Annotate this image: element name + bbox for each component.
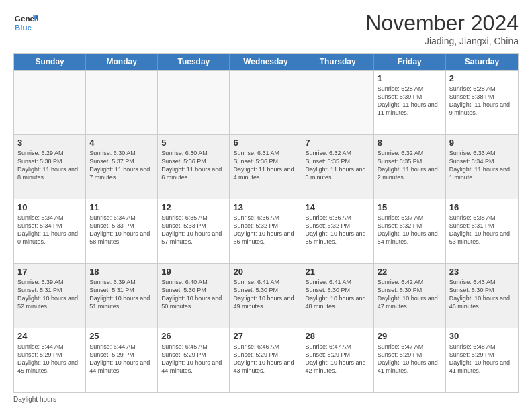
day-info: Sunrise: 6:43 AM Sunset: 5:30 PM Dayligh… xyxy=(449,278,515,311)
calendar-cell: 22Sunrise: 6:42 AM Sunset: 5:30 PM Dayli… xyxy=(374,264,446,328)
calendar-cell: 25Sunrise: 6:44 AM Sunset: 5:29 PM Dayli… xyxy=(86,328,158,392)
header-day-saturday: Saturday xyxy=(446,54,518,70)
day-number: 15 xyxy=(378,202,442,212)
calendar-cell: 7Sunrise: 6:32 AM Sunset: 5:35 PM Daylig… xyxy=(302,135,374,199)
calendar-row-5: 24Sunrise: 6:44 AM Sunset: 5:29 PM Dayli… xyxy=(14,328,518,392)
day-number: 19 xyxy=(161,267,226,277)
calendar-cell: 23Sunrise: 6:43 AM Sunset: 5:30 PM Dayli… xyxy=(446,264,518,328)
calendar-cell: 21Sunrise: 6:41 AM Sunset: 5:30 PM Dayli… xyxy=(302,264,374,328)
calendar-cell: 16Sunrise: 6:38 AM Sunset: 5:31 PM Dayli… xyxy=(446,199,518,263)
day-info: Sunrise: 6:33 AM Sunset: 5:34 PM Dayligh… xyxy=(449,149,515,182)
calendar-cell: 18Sunrise: 6:39 AM Sunset: 5:31 PM Dayli… xyxy=(86,264,158,328)
day-info: Sunrise: 6:36 AM Sunset: 5:32 PM Dayligh… xyxy=(233,214,298,246)
calendar-cell: 20Sunrise: 6:41 AM Sunset: 5:30 PM Dayli… xyxy=(230,264,302,328)
day-number: 10 xyxy=(17,202,82,212)
calendar-cell: 30Sunrise: 6:48 AM Sunset: 5:29 PM Dayli… xyxy=(446,328,518,392)
page: General Blue November 2024 Jiading, Jian… xyxy=(0,0,532,411)
day-info: Sunrise: 6:41 AM Sunset: 5:30 PM Dayligh… xyxy=(306,278,370,311)
calendar-cell: 4Sunrise: 6:30 AM Sunset: 5:37 PM Daylig… xyxy=(86,135,158,199)
calendar-cell: 11Sunrise: 6:34 AM Sunset: 5:33 PM Dayli… xyxy=(86,199,158,263)
calendar-cell: 14Sunrise: 6:36 AM Sunset: 5:32 PM Dayli… xyxy=(302,199,374,263)
calendar-cell: 3Sunrise: 6:29 AM Sunset: 5:38 PM Daylig… xyxy=(14,135,86,199)
day-number: 2 xyxy=(449,73,515,83)
calendar: SundayMondayTuesdayWednesdayThursdayFrid… xyxy=(13,53,519,393)
day-info: Sunrise: 6:31 AM Sunset: 5:36 PM Dayligh… xyxy=(233,149,298,182)
day-number: 12 xyxy=(161,202,226,212)
calendar-cell: 9Sunrise: 6:33 AM Sunset: 5:34 PM Daylig… xyxy=(446,135,518,199)
day-number: 4 xyxy=(89,138,154,148)
month-title: November 2024 xyxy=(365,11,519,36)
calendar-cell: 17Sunrise: 6:39 AM Sunset: 5:31 PM Dayli… xyxy=(14,264,86,328)
calendar-cell: 6Sunrise: 6:31 AM Sunset: 5:36 PM Daylig… xyxy=(230,135,302,199)
day-info: Sunrise: 6:42 AM Sunset: 5:30 PM Dayligh… xyxy=(378,278,442,311)
day-number: 7 xyxy=(306,138,370,148)
calendar-cell: 19Sunrise: 6:40 AM Sunset: 5:30 PM Dayli… xyxy=(158,264,230,328)
logo: General Blue xyxy=(13,11,38,35)
day-info: Sunrise: 6:44 AM Sunset: 5:29 PM Dayligh… xyxy=(89,342,154,375)
day-number: 9 xyxy=(449,138,515,148)
day-number: 18 xyxy=(89,267,154,277)
day-number: 23 xyxy=(449,267,515,277)
calendar-row-1: 1Sunrise: 6:28 AM Sunset: 5:39 PM Daylig… xyxy=(14,70,518,134)
day-info: Sunrise: 6:44 AM Sunset: 5:29 PM Dayligh… xyxy=(17,342,82,375)
calendar-cell: 15Sunrise: 6:37 AM Sunset: 5:32 PM Dayli… xyxy=(374,199,446,263)
day-info: Sunrise: 6:32 AM Sunset: 5:35 PM Dayligh… xyxy=(306,149,370,182)
day-number: 17 xyxy=(17,267,82,277)
svg-text:Blue: Blue xyxy=(15,23,32,32)
day-info: Sunrise: 6:32 AM Sunset: 5:35 PM Dayligh… xyxy=(378,149,442,182)
day-info: Sunrise: 6:29 AM Sunset: 5:38 PM Dayligh… xyxy=(17,149,82,182)
day-info: Sunrise: 6:39 AM Sunset: 5:31 PM Dayligh… xyxy=(17,278,82,311)
header-day-tuesday: Tuesday xyxy=(158,54,230,70)
day-number: 30 xyxy=(449,331,515,341)
day-info: Sunrise: 6:47 AM Sunset: 5:29 PM Dayligh… xyxy=(306,342,370,375)
title-block: November 2024 Jiading, Jiangxi, China xyxy=(365,11,519,46)
day-number: 28 xyxy=(306,331,370,341)
day-info: Sunrise: 6:37 AM Sunset: 5:32 PM Dayligh… xyxy=(378,214,442,246)
calendar-cell xyxy=(158,71,230,134)
calendar-cell: 27Sunrise: 6:46 AM Sunset: 5:29 PM Dayli… xyxy=(230,328,302,392)
header-day-sunday: Sunday xyxy=(14,54,86,70)
calendar-cell xyxy=(230,71,302,134)
calendar-row-3: 10Sunrise: 6:34 AM Sunset: 5:34 PM Dayli… xyxy=(14,199,518,263)
day-number: 11 xyxy=(89,202,154,212)
calendar-cell: 8Sunrise: 6:32 AM Sunset: 5:35 PM Daylig… xyxy=(374,135,446,199)
header-day-thursday: Thursday xyxy=(302,54,374,70)
calendar-cell xyxy=(14,71,86,134)
day-number: 24 xyxy=(17,331,82,341)
calendar-cell: 2Sunrise: 6:28 AM Sunset: 5:38 PM Daylig… xyxy=(446,71,518,134)
day-info: Sunrise: 6:34 AM Sunset: 5:34 PM Dayligh… xyxy=(17,214,82,246)
day-info: Sunrise: 6:39 AM Sunset: 5:31 PM Dayligh… xyxy=(89,278,154,311)
calendar-cell xyxy=(302,71,374,134)
day-info: Sunrise: 6:38 AM Sunset: 5:31 PM Dayligh… xyxy=(449,214,515,246)
day-info: Sunrise: 6:30 AM Sunset: 5:37 PM Dayligh… xyxy=(89,149,154,182)
day-info: Sunrise: 6:34 AM Sunset: 5:33 PM Dayligh… xyxy=(89,214,154,246)
calendar-row-2: 3Sunrise: 6:29 AM Sunset: 5:38 PM Daylig… xyxy=(14,134,518,199)
day-info: Sunrise: 6:30 AM Sunset: 5:36 PM Dayligh… xyxy=(161,149,226,182)
day-info: Sunrise: 6:28 AM Sunset: 5:39 PM Dayligh… xyxy=(378,85,442,118)
day-info: Sunrise: 6:36 AM Sunset: 5:32 PM Dayligh… xyxy=(306,214,370,246)
calendar-cell: 24Sunrise: 6:44 AM Sunset: 5:29 PM Dayli… xyxy=(14,328,86,392)
day-number: 29 xyxy=(378,331,442,341)
calendar-cell: 26Sunrise: 6:45 AM Sunset: 5:29 PM Dayli… xyxy=(158,328,230,392)
day-info: Sunrise: 6:46 AM Sunset: 5:29 PM Dayligh… xyxy=(233,342,298,375)
day-number: 25 xyxy=(89,331,154,341)
logo-icon: General Blue xyxy=(13,11,38,35)
day-number: 16 xyxy=(449,202,515,212)
calendar-cell xyxy=(86,71,158,134)
day-info: Sunrise: 6:47 AM Sunset: 5:29 PM Dayligh… xyxy=(378,342,442,375)
day-number: 27 xyxy=(233,331,298,341)
day-info: Sunrise: 6:40 AM Sunset: 5:30 PM Dayligh… xyxy=(161,278,226,311)
header-day-monday: Monday xyxy=(86,54,158,70)
day-number: 3 xyxy=(17,138,82,148)
calendar-body: 1Sunrise: 6:28 AM Sunset: 5:39 PM Daylig… xyxy=(14,70,518,392)
day-number: 22 xyxy=(378,267,442,277)
calendar-cell: 29Sunrise: 6:47 AM Sunset: 5:29 PM Dayli… xyxy=(374,328,446,392)
day-number: 5 xyxy=(161,138,226,148)
calendar-row-4: 17Sunrise: 6:39 AM Sunset: 5:31 PM Dayli… xyxy=(14,263,518,328)
header: General Blue November 2024 Jiading, Jian… xyxy=(13,11,519,46)
day-info: Sunrise: 6:28 AM Sunset: 5:38 PM Dayligh… xyxy=(449,85,515,118)
header-day-wednesday: Wednesday xyxy=(230,54,302,70)
day-number: 8 xyxy=(378,138,442,148)
day-number: 26 xyxy=(161,331,226,341)
calendar-cell: 1Sunrise: 6:28 AM Sunset: 5:39 PM Daylig… xyxy=(374,71,446,134)
